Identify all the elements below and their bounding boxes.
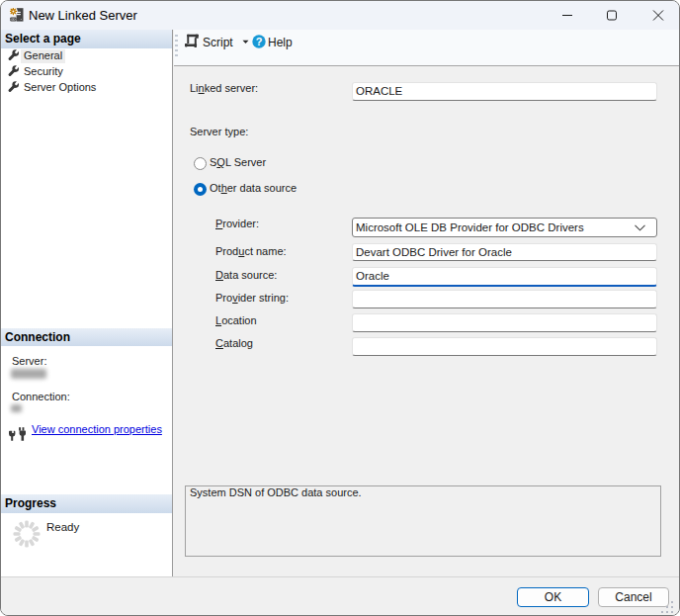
svg-text:?: ? <box>256 36 263 47</box>
